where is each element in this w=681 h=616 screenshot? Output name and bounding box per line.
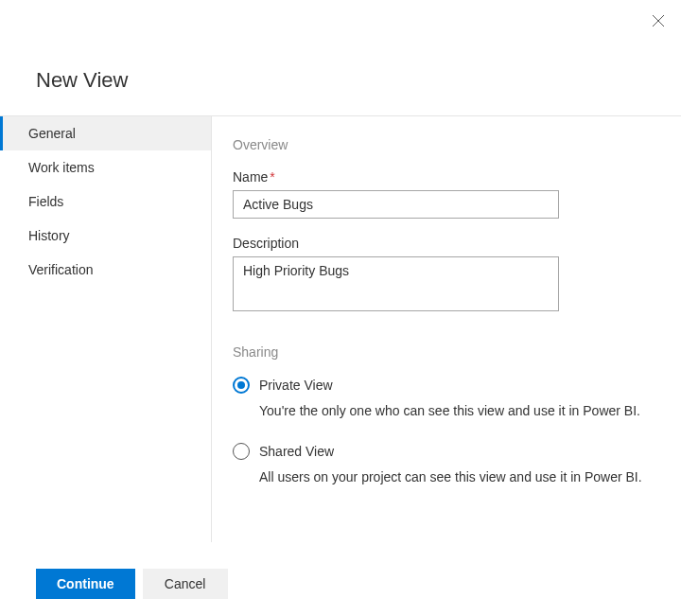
required-asterisk: * (270, 169, 274, 185)
sidebar: General Work items Fields History Verifi… (0, 116, 212, 542)
sidebar-item-label: Fields (28, 194, 63, 209)
radio-label: Private View (259, 378, 333, 393)
sharing-section-label: Sharing (233, 344, 653, 360)
sidebar-item-verification[interactable]: Verification (0, 253, 211, 287)
radio-circle-icon (233, 377, 250, 394)
radio-label: Shared View (259, 444, 334, 459)
dialog-title: New View (36, 68, 681, 93)
dialog-footer: Continue Cancel (36, 569, 228, 599)
name-field-group: Name* (233, 169, 653, 219)
radio-circle-icon (233, 443, 250, 460)
sidebar-item-label: Verification (28, 262, 93, 277)
radio-private-view[interactable]: Private View (233, 377, 653, 394)
radio-shared-desc: All users on your project can see this v… (259, 469, 653, 484)
description-field-group: Description High Priority Bugs (233, 236, 653, 314)
close-button[interactable] (649, 11, 668, 30)
description-input[interactable]: High Priority Bugs (233, 256, 559, 311)
sidebar-item-work-items[interactable]: Work items (0, 150, 211, 185)
radio-private-desc: You're the only one who can see this vie… (259, 403, 653, 418)
radio-shared-view[interactable]: Shared View (233, 443, 653, 460)
close-icon (652, 14, 665, 27)
name-input[interactable] (233, 190, 559, 219)
main-panel: Overview Name* Description High Priority… (212, 116, 681, 542)
continue-button[interactable]: Continue (36, 569, 135, 599)
name-label: Name* (233, 169, 653, 185)
radio-inner-dot (237, 381, 245, 389)
name-label-text: Name (233, 169, 268, 185)
sidebar-item-general[interactable]: General (0, 116, 211, 150)
dialog-body: General Work items Fields History Verifi… (0, 116, 681, 542)
dialog-header: New View (0, 0, 681, 115)
sidebar-item-label: History (28, 228, 70, 243)
sidebar-item-label: Work items (28, 160, 95, 175)
overview-section-label: Overview (233, 137, 653, 152)
description-label: Description (233, 236, 653, 251)
sidebar-item-label: General (28, 126, 76, 141)
sharing-section: Sharing Private View You're the only one… (233, 344, 653, 484)
sidebar-item-fields[interactable]: Fields (0, 185, 211, 219)
cancel-button[interactable]: Cancel (143, 569, 228, 599)
sidebar-item-history[interactable]: History (0, 219, 211, 253)
